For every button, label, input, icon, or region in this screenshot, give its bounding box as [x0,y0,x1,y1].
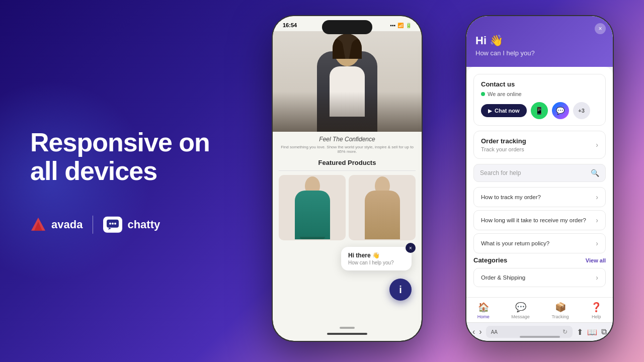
chatty-bubble-icon [106,219,119,230]
chat-bubble-close[interactable]: × [406,243,416,253]
safari-forward-icon[interactable]: › [479,327,481,336]
category-chevron-1: › [596,274,598,282]
nav-tracking[interactable]: 📦 Tracking [551,302,569,319]
faq-chevron-3: › [596,239,598,247]
bottom-nav: 🏠 Home 💬 Message 📦 Tracking ❓ Help [466,297,613,322]
safari-share-icon[interactable]: ⬆ [577,327,583,337]
svg-point-5 [112,223,114,225]
product-card-1 [279,175,346,240]
search-box[interactable]: Search for help 🔍 [473,164,606,182]
category-text-1: Order & Shipping [481,275,525,281]
faq-item-3[interactable]: What is your return policy? › [473,233,606,253]
phone-home-indicator [340,327,355,329]
contact-card-title: Contact us [481,80,598,88]
chat-bubble-sub: How can I help you? [348,260,405,265]
avada-label: avada [51,218,83,231]
phone-right: × Hi 👋 How can I help you? Contact us We… [465,15,614,342]
phone-left: 16:54 ▪▪▪ 📶 🔋 [272,15,423,342]
safari-bookmarks-icon[interactable]: 📖 [587,327,597,337]
chatty-label: chatty [127,218,160,231]
nav-help[interactable]: ❓ Help [591,302,602,319]
faq-item-1[interactable]: How to track my order? › [473,187,606,207]
brand-divider [93,216,93,234]
online-status: We are online [481,91,598,97]
message-icon: 💬 [515,302,526,313]
chat-bubble-title: Hi there 👋 [348,252,405,259]
phone-bottom-bar [327,333,367,335]
chevron-right-icon: › [596,141,598,149]
avada-logo: avada [30,217,83,233]
faq-text-2: How long will it take to receive my orde… [481,217,596,223]
order-tracking-card[interactable]: Order tracking Track your orders › [473,131,606,159]
brand-logos: avada chatty [30,216,242,234]
wifi-icon: 📶 [397,23,404,28]
help-icon: ❓ [591,302,602,313]
chat-bubble-popup: × Hi there 👋 How can I help you? [341,247,412,270]
nav-home-label: Home [477,314,490,319]
contact-card: Contact us We are online ▶ Chat now 📱 [473,74,606,126]
info-icon: i [399,284,402,296]
faq-text-1: How to track my order? [481,194,596,200]
nav-help-label: Help [592,314,601,319]
phone-products [273,171,422,244]
phone-time: 16:54 [283,22,297,28]
phone-right-inner: × Hi 👋 How can I help you? Contact us We… [466,16,613,341]
order-tracking-sub: Track your orders [481,146,596,152]
faq-chevron-2: › [596,216,598,224]
phone-notch [322,20,372,34]
whatsapp-icon: 📱 [535,107,543,115]
messenger-icon: 💬 [556,107,565,115]
nav-message[interactable]: 💬 Message [511,302,530,319]
chat-widget: × Hi 👋 How can I help you? Contact us We… [466,16,613,341]
phone-hero-image [273,31,422,132]
online-dot [481,92,485,96]
nav-home[interactable]: 🏠 Home [477,302,490,319]
safari-back-icon[interactable]: ‹ [472,327,475,336]
phone-right-home-indicator [520,336,560,338]
order-tracking-info: Order tracking Track your orders [481,137,596,152]
search-icon: 🔍 [591,169,599,177]
headline-line2: all devices [30,156,157,186]
battery-icon: 🔋 [406,23,412,28]
featured-products-title: Featured Products [279,157,416,171]
faq-text-3: What is your return policy? [481,240,596,246]
avada-icon [30,217,46,233]
left-section: Responsive on all devices avada [30,128,242,234]
categories-title: Categories [473,256,507,264]
product-card-2 [349,175,416,240]
chat-subgreeting: How can I help you? [475,49,604,57]
contact-actions: ▶ Chat now 📱 💬 +3 [481,102,598,119]
chat-info-button[interactable]: i [389,279,412,301]
headline: Responsive on all devices [30,128,242,186]
faq-item-2[interactable]: How long will it take to receive my orde… [473,210,606,230]
chat-now-label: Chat now [495,108,520,114]
home-icon: 🏠 [478,302,489,313]
chat-close-button[interactable]: × [595,23,606,34]
status-icons: ▪▪▪ 📶 🔋 [390,23,412,28]
order-tracking-title: Order tracking [481,137,596,145]
chat-now-icon: ▶ [488,108,492,114]
close-icon: × [598,25,602,32]
online-status-text: We are online [488,91,522,97]
faq-chevron-1: › [596,193,598,201]
nav-tracking-label: Tracking [551,314,569,319]
chat-body: Contact us We are online ▶ Chat now 📱 [466,67,613,297]
more-channels-button[interactable]: +3 [573,102,590,119]
more-label: +3 [578,108,585,114]
chat-greeting: Hi 👋 [475,34,604,47]
chat-now-button[interactable]: ▶ Chat now [481,104,527,117]
nav-message-label: Message [511,314,530,319]
safari-reload-icon: ↻ [562,328,568,335]
chat-header: × Hi 👋 How can I help you? [466,16,613,67]
safari-tabs-icon[interactable]: ⧉ [601,327,607,336]
svg-point-6 [114,223,116,225]
hero-overlay [273,92,422,132]
chatty-icon [103,217,122,233]
messenger-button[interactable]: 💬 [552,102,569,119]
safari-url-text: AA [491,329,498,335]
whatsapp-button[interactable]: 📱 [531,102,548,119]
category-item-1[interactable]: Order & Shipping › [473,268,606,287]
svg-point-4 [109,223,111,225]
view-all-link[interactable]: View all [586,257,606,263]
categories-header: Categories View all [473,256,606,264]
